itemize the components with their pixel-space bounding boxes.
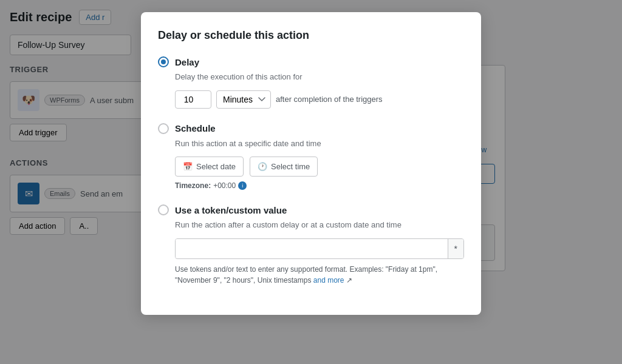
token-note-text: Use tokens and/or text to enter any supp…: [175, 265, 437, 285]
timezone-label: Timezone:: [175, 181, 211, 190]
timezone-value: +00:00: [213, 181, 236, 190]
token-note: Use tokens and/or text to enter any supp…: [175, 264, 464, 286]
clock-icon: 🕐: [258, 162, 267, 171]
schedule-radio[interactable]: [158, 123, 169, 134]
schedule-inputs-row: 📅 Select date 🕐 Select time: [175, 157, 464, 177]
timezone-info-icon[interactable]: i: [238, 181, 247, 190]
delay-option-block: Delay Delay the execution of this action…: [158, 56, 464, 109]
calendar-icon: 📅: [183, 162, 193, 171]
token-option-header: Use a token/custom value: [158, 204, 464, 215]
timezone-row: Timezone: +00:00 i: [175, 181, 464, 190]
delay-option-header: Delay: [158, 56, 464, 67]
schedule-desc: Run this action at a specific date and t…: [175, 138, 464, 150]
token-label: Use a token/custom value: [175, 205, 287, 215]
token-asterisk-button[interactable]: *: [448, 239, 463, 258]
delay-number-input[interactable]: [175, 90, 211, 109]
external-link-icon: ↗: [346, 276, 352, 285]
delay-radio[interactable]: [158, 56, 169, 67]
schedule-label: Schedule: [175, 123, 216, 133]
schedule-option-header: Schedule: [158, 123, 464, 134]
select-date-button[interactable]: 📅 Select date: [175, 157, 244, 177]
token-more-link[interactable]: and more: [313, 276, 344, 285]
delay-desc: Delay the execution of this action for: [175, 71, 464, 83]
time-placeholder: Select time: [271, 162, 310, 171]
delay-label: Delay: [175, 57, 199, 67]
date-placeholder: Select date: [196, 162, 236, 171]
select-time-button[interactable]: 🕐 Select time: [250, 157, 318, 177]
token-input-field[interactable]: [176, 239, 448, 258]
modal-overlay[interactable]: Delay or schedule this action Delay Dela…: [0, 0, 622, 364]
token-radio[interactable]: [158, 204, 169, 215]
delay-unit-select[interactable]: Minutes Hours Days Weeks: [216, 90, 271, 109]
delay-controls-row: Minutes Hours Days Weeks after completio…: [175, 90, 464, 109]
modal-title: Delay or schedule this action: [158, 29, 464, 42]
delay-schedule-modal: Delay or schedule this action Delay Dela…: [141, 12, 481, 315]
delay-suffix: after completion of the triggers: [276, 95, 383, 104]
token-desc: Run the action after a custom delay or a…: [175, 219, 464, 231]
token-input-row: *: [175, 238, 464, 259]
schedule-option-block: Schedule Run this action at a specific d…: [158, 123, 464, 190]
token-option-block: Use a token/custom value Run the action …: [158, 204, 464, 286]
